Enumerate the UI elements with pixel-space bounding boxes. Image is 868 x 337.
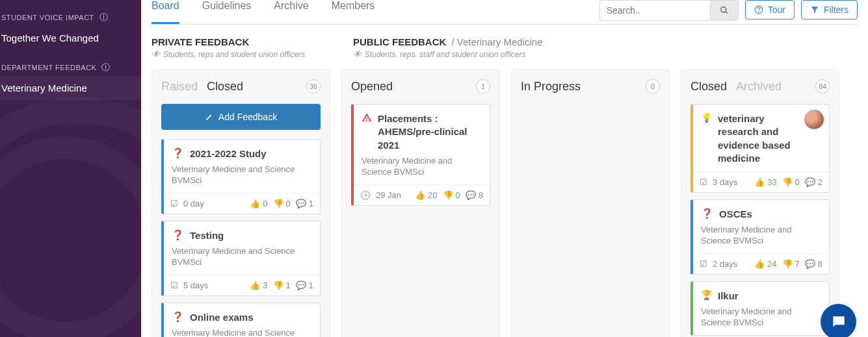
svg-line-1: [725, 12, 727, 14]
pencil-icon: [205, 112, 214, 121]
downvotes[interactable]: 👎 0: [273, 199, 291, 208]
comments[interactable]: 💬 2: [805, 177, 822, 187]
svg-point-3: [758, 12, 759, 12]
col-tab-raised[interactable]: Raised: [161, 80, 198, 94]
sidebar-section-voice: STUDENT VOICE IMPACT ⓘ: [0, 0, 141, 26]
card-body: 🏆 Ilkur Veterinary Medicine and Science …: [693, 282, 829, 335]
search-wrap: [599, 0, 739, 21]
eye-icon: 👁: [151, 49, 160, 59]
header-private-sub: 👁 Students, reps and student union offic…: [151, 49, 340, 59]
card-osces[interactable]: ❓ OSCEs Veterinary Medicine and Science …: [690, 199, 830, 275]
col-tab-closed[interactable]: Closed: [690, 80, 727, 94]
divider: [151, 24, 858, 25]
sidebar-item-vetmed[interactable]: Veterinary Medicine: [0, 76, 141, 100]
card-body: Placements : AHEMS/pre-clinical 2021 Vet…: [354, 105, 490, 184]
card-footer: 🕓 29 Jan 👍 20 👎 0 💬 8: [354, 184, 490, 205]
sidebar-section-label: STUDENT VOICE IMPACT: [1, 14, 94, 21]
card-ilkur[interactable]: 🏆 Ilkur Veterinary Medicine and Science …: [690, 281, 830, 336]
chat-fab[interactable]: [821, 304, 856, 337]
card-study-2021[interactable]: ❓ 2021-2022 Study Veterinary Medicine an…: [161, 139, 321, 214]
col-tab-closed[interactable]: Closed: [207, 80, 243, 94]
col-tab-archived[interactable]: Archived: [736, 80, 782, 94]
header-public-sub: 👁 Students, reps, staff and student unio…: [353, 49, 858, 59]
card-age: 2 days: [713, 259, 749, 269]
trophy-icon: 🏆: [701, 290, 712, 300]
sidebar: STUDENT VOICE IMPACT ⓘ Together We Chang…: [0, 0, 141, 337]
card-footer: ☑ 3 days 👍 33 👎 0 💬 2: [693, 171, 829, 192]
add-feedback-label: Add Feedback: [218, 112, 277, 122]
breadcrumb-sep: /: [451, 36, 454, 47]
search-icon: [720, 6, 729, 15]
breadcrumb: / Veterinary Medicine: [449, 36, 542, 47]
card-age: 29 Jan: [376, 190, 410, 200]
question-icon: ❓: [172, 229, 184, 241]
downvotes[interactable]: 👎 7: [782, 259, 800, 269]
comments[interactable]: 💬 8: [466, 190, 483, 200]
tab-members[interactable]: Members: [332, 0, 375, 24]
header-private-sub-text: Students, reps and student union officer…: [163, 50, 305, 59]
chat-icon: [830, 314, 847, 331]
filter-icon: [810, 5, 819, 14]
search-input[interactable]: [599, 0, 710, 21]
upvotes[interactable]: 👍 33: [754, 177, 776, 187]
card-age: 3 days: [713, 177, 749, 187]
card-footer: ☑ 0 day 👍 0 👎 0 💬 1: [164, 193, 320, 214]
upvotes[interactable]: 👍 3: [250, 281, 267, 290]
comments[interactable]: 💬 1: [296, 281, 313, 290]
card-online-exams[interactable]: ❓ Online exams Veterinary Medicine and S…: [161, 303, 321, 337]
upvotes[interactable]: 👍 0: [250, 199, 267, 208]
tab-archive[interactable]: Archive: [274, 0, 308, 24]
card-age: 0 day: [183, 199, 244, 208]
header-public-sub-text: Students, reps, staff and student union …: [365, 50, 525, 59]
check-icon: ☑: [170, 199, 178, 208]
card-subtitle: Veterinary Medicine and Science BVMSci: [701, 225, 821, 247]
column-opened: Opened 1 Placements : AHEMS/pre-clinical…: [341, 69, 500, 337]
check-icon: ☑: [700, 259, 707, 269]
column-closed: Closed Archived 84 💡 veterinary research…: [681, 69, 839, 337]
search-button[interactable]: [710, 0, 739, 21]
check-icon: ☑: [170, 281, 178, 290]
count-badge: 0: [646, 79, 660, 94]
card-body: ❓ OSCEs Veterinary Medicine and Science …: [693, 200, 829, 253]
card-vet-research[interactable]: 💡 veterinary research and evidence based…: [690, 104, 830, 193]
sidebar-section-label: DEPARTMENT FEEDBACK: [1, 64, 96, 71]
tour-button[interactable]: Tour: [745, 0, 795, 19]
tab-board[interactable]: Board: [151, 0, 179, 24]
downvotes[interactable]: 👎 1: [273, 281, 291, 290]
check-icon: ☑: [700, 177, 707, 187]
comments[interactable]: 💬 1: [296, 199, 313, 208]
question-icon: ❓: [172, 311, 184, 323]
question-icon: ❓: [172, 147, 184, 159]
tab-guidelines[interactable]: Guidelines: [202, 0, 252, 24]
downvotes[interactable]: 👎 0: [443, 190, 460, 200]
comments[interactable]: 💬 8: [805, 259, 822, 269]
downvotes[interactable]: 👎 0: [782, 177, 800, 187]
card-title: Testing: [190, 229, 224, 242]
add-feedback-button[interactable]: Add Feedback: [161, 104, 321, 130]
card-footer: ☑ 5 days 👍 3 👎 1 💬 1: [164, 275, 320, 295]
warning-icon: [362, 112, 372, 123]
nav-tabs: Board Guidelines Archive Members: [151, 0, 375, 24]
filters-button[interactable]: Filters: [801, 0, 858, 19]
count-badge: 36: [306, 79, 321, 94]
question-icon: ❓: [701, 208, 713, 219]
card-subtitle: Veterinary Medicine and Science BVMSci: [362, 156, 482, 178]
card-placements[interactable]: Placements : AHEMS/pre-clinical 2021 Vet…: [351, 104, 490, 206]
info-icon[interactable]: ⓘ: [101, 62, 111, 73]
card-testing[interactable]: ❓ Testing Veterinary Medicine and Scienc…: [161, 221, 321, 296]
card-body: ❓ 2021-2022 Study Veterinary Medicine an…: [164, 140, 320, 193]
upvotes[interactable]: 👍 24: [754, 259, 776, 269]
card-subtitle: Veterinary Medicine and Science BVMSci: [701, 306, 821, 329]
card-body: ❓ Online exams Veterinary Medicine and S…: [164, 303, 320, 337]
sidebar-item-together[interactable]: Together We Changed: [0, 26, 141, 50]
header-private: PRIVATE FEEDBACK 👁 Students, reps and st…: [151, 36, 340, 59]
column-head: In Progress 0: [521, 79, 660, 94]
col-title: Opened: [351, 80, 393, 94]
upvotes[interactable]: 👍 20: [415, 190, 437, 200]
card-title: 2021-2022 Study: [190, 147, 267, 160]
column-tabs: Raised Closed: [161, 80, 243, 94]
svg-point-0: [720, 7, 726, 12]
info-icon[interactable]: ⓘ: [99, 12, 109, 23]
card-subtitle: Veterinary Medicine and Science: [172, 328, 312, 337]
eye-icon: 👁: [353, 49, 362, 59]
